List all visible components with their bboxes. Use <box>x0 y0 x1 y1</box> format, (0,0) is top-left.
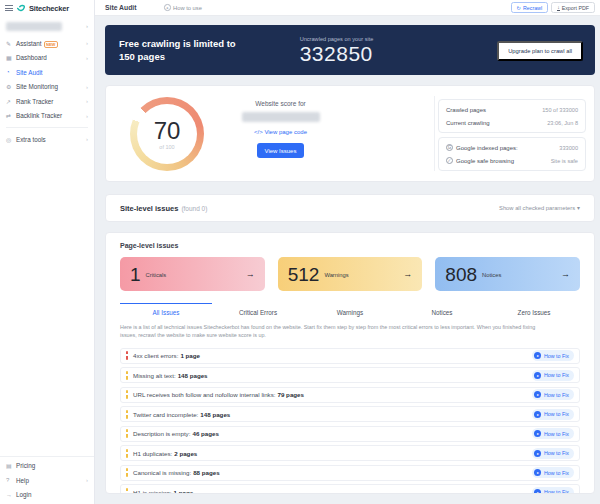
free-crawling-banner: Free crawling is limited to 150 pages Un… <box>105 25 595 75</box>
sidebar-item-label: Site Monitoring <box>16 83 86 90</box>
issue-count: 148 pages <box>200 411 230 418</box>
play-icon: ▸ <box>534 411 541 418</box>
upgrade-plan-button[interactable]: Upgrade plan to crawl all <box>497 41 583 61</box>
vertical-divider <box>434 96 435 171</box>
sidebar-item-login[interactable]: → Login <box>0 488 94 503</box>
chevron-right-icon: › <box>86 98 88 104</box>
how-to-fix-button[interactable]: ▸How to Fix <box>532 467 574 478</box>
issue-text: 4xx client errors: <box>133 352 178 359</box>
severity-indicator-warning <box>126 410 128 419</box>
sidebar: Sitechecker › ✎ AssistantNEW › ▦ Dashboa… <box>0 0 95 504</box>
warnings-card[interactable]: 512 Warnings → <box>278 257 423 291</box>
issue-row-twitter-card-incomplete[interactable]: Twitter card incomplete: 148 pages ▸How … <box>120 406 580 422</box>
issue-row-h1-missing[interactable]: H1 is missing: 1 page ▸How to Fix <box>120 484 580 494</box>
sidebar-item-dashboard[interactable]: ▦ Dashboard › <box>0 51 94 66</box>
how-to-fix-button[interactable]: ▸How to Fix <box>532 389 574 400</box>
chevron-down-icon: ▾ <box>577 205 580 211</box>
sidebar-divider <box>6 127 88 128</box>
sidebar-item-backlink-tracker[interactable]: ⇄ Backlink Tracker › <box>0 109 94 124</box>
show-all-parameters-toggle[interactable]: Show all checked parameters ▾ <box>499 205 580 211</box>
content: Free crawling is limited to 150 pages Un… <box>95 16 600 494</box>
google-indexed-value: 333000 <box>559 145 578 151</box>
page-level-issues-card: Page-level issues 1 Criticals → 512 Warn… <box>105 232 595 494</box>
website-score-for-label: Website score for <box>218 100 343 107</box>
issue-summary-cards: 1 Criticals → 512 Warnings → 808 Notices… <box>120 257 580 291</box>
hamburger-menu-icon[interactable] <box>5 5 13 11</box>
notices-card[interactable]: 808 Notices → <box>435 257 580 291</box>
how-to-fix-button[interactable]: ▸How to Fix <box>532 370 574 381</box>
issue-count: 88 pages <box>193 469 219 476</box>
export-pdf-button[interactable]: ↓ Export PDF <box>551 2 595 13</box>
issue-text: Missing alt text: <box>133 372 176 379</box>
sidebar-item-label: Dashboard <box>16 54 86 61</box>
issue-row-follow-nofollow-links[interactable]: URL receives both follow and nofollow in… <box>120 387 580 403</box>
issue-row-h1-duplicates[interactable]: H1 duplicates: 2 pages ▸How to Fix <box>120 445 580 461</box>
sidebar-header: Sitechecker <box>0 0 94 16</box>
chevron-right-icon: › <box>86 113 88 119</box>
sidebar-item-rank-tracker[interactable]: ↗ Rank Tracker › <box>0 94 94 109</box>
issue-text: Canonical is missing: <box>133 469 191 476</box>
sidebar-item-assistant[interactable]: ✎ AssistantNEW › <box>0 36 94 51</box>
warnings-count: 512 <box>288 265 320 284</box>
how-to-fix-button[interactable]: ▸How to Fix <box>532 448 574 459</box>
issue-row-description-empty[interactable]: Description is empty: 46 pages ▸How to F… <box>120 426 580 442</box>
tab-notices[interactable]: Notices <box>396 303 488 320</box>
how-to-fix-label: How to Fix <box>544 372 569 378</box>
issue-count: 148 pages <box>178 372 208 379</box>
logo-text: Sitechecker <box>29 4 69 13</box>
stat-row-google-indexed: G Google indexed pages: 333000 <box>446 141 578 154</box>
sidebar-nav: ✎ AssistantNEW › ▦ Dashboard › ◔ Site Au… <box>0 36 94 147</box>
how-to-fix-button[interactable]: ▸How to Fix <box>532 350 574 361</box>
sitechecker-logo-icon <box>16 3 26 13</box>
banner-title-line1: Free crawling is limited to <box>119 37 236 50</box>
how-to-fix-button[interactable]: ▸How to Fix <box>532 428 574 439</box>
sidebar-item-extra-tools[interactable]: ◎ Extra tools › <box>0 132 94 147</box>
code-icon: </> <box>254 129 263 135</box>
issue-row-missing-alt-text[interactable]: Missing alt text: 148 pages ▸How to Fix <box>120 367 580 383</box>
sidebar-item-site-monitoring[interactable]: ⚙ Site Monitoring › <box>0 80 94 95</box>
chevron-right-icon: › <box>86 477 88 483</box>
dashboard-icon: ▦ <box>6 54 16 61</box>
sidebar-item-label: Extra tools <box>16 136 86 143</box>
arrow-right-icon: → <box>403 269 412 279</box>
refresh-icon: ↻ <box>517 5 521 11</box>
tab-warnings[interactable]: Warnings <box>304 303 396 320</box>
criticals-card[interactable]: 1 Criticals → <box>120 257 265 291</box>
google-stats-box: G Google indexed pages: 333000 ✓ Google … <box>438 137 586 171</box>
crawled-pages-label: Crawled pages <box>446 107 542 113</box>
severity-indicator-warning <box>126 449 128 458</box>
play-circle-icon: ▸ <box>164 4 171 11</box>
topbar-actions: ↻ Recrawl ↓ Export PDF <box>511 2 595 13</box>
tab-critical-errors[interactable]: Critical Errors <box>212 303 304 320</box>
criticals-label: Criticals <box>146 272 167 278</box>
sidebar-item-label: Backlink Tracker <box>16 112 86 119</box>
view-page-code-link[interactable]: </> View page code <box>218 129 343 135</box>
tab-all-issues[interactable]: All Issues <box>120 303 212 320</box>
sidebar-item-label: Rank Tracker <box>16 98 86 105</box>
website-score-card: 70 of 100 Website score for </> View pag… <box>105 85 595 182</box>
how-to-use-label: How to use <box>173 5 202 11</box>
sidebar-item-label: Assistant <box>16 40 42 47</box>
how-to-use-link[interactable]: ▸ How to use <box>164 4 202 11</box>
sidebar-item-help[interactable]: ? Help › <box>0 473 94 488</box>
tab-zero-issues[interactable]: Zero Issues <box>488 303 580 320</box>
chevron-right-icon: › <box>86 55 88 61</box>
app-window: Sitechecker › ✎ AssistantNEW › ▦ Dashboa… <box>0 0 600 504</box>
new-badge: NEW <box>44 41 58 48</box>
chevron-right-icon: › <box>86 136 88 142</box>
sidebar-item-pricing[interactable]: ▤ Pricing <box>0 459 94 474</box>
view-issues-button[interactable]: View Issues <box>257 143 305 158</box>
issue-count: 46 pages <box>192 430 218 437</box>
how-to-fix-button[interactable]: ▸How to Fix <box>532 409 574 420</box>
issue-text: Description is empty: <box>133 430 190 437</box>
severity-indicator-warning <box>126 488 128 494</box>
play-icon: ▸ <box>534 489 541 494</box>
sidebar-item-site-audit[interactable]: ◔ Site Audit <box>0 65 94 80</box>
how-to-fix-button[interactable]: ▸How to Fix <box>532 487 574 494</box>
recrawl-button[interactable]: ↻ Recrawl <box>511 2 549 13</box>
issue-row-4xx-client-errors[interactable]: 4xx client errors: 1 page ▸How to Fix <box>120 348 580 364</box>
help-icon: ? <box>6 477 16 483</box>
issue-row-canonical-missing[interactable]: Canonical is missing: 88 pages ▸How to F… <box>120 465 580 481</box>
domain-selector[interactable]: › <box>6 21 88 31</box>
score-value: 70 <box>154 119 181 143</box>
